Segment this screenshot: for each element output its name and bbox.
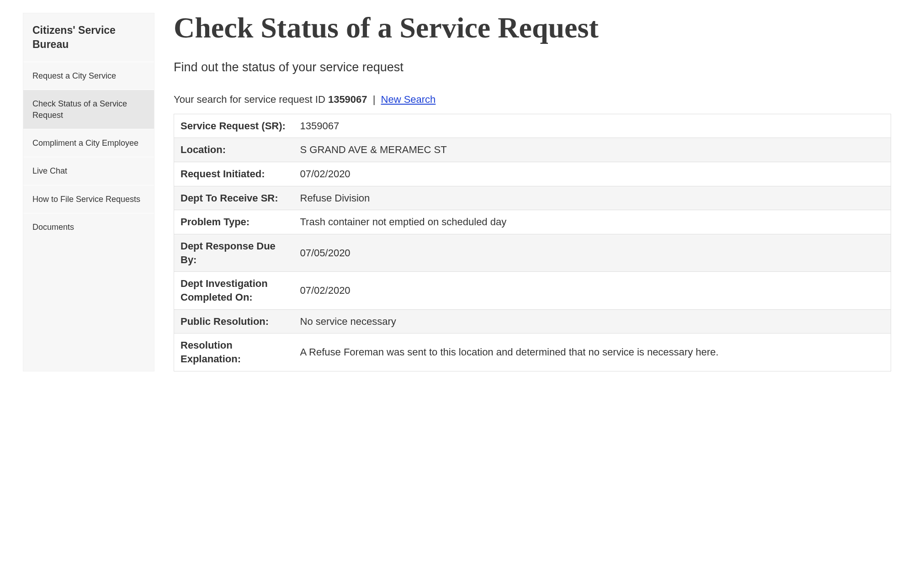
table-row: Service Request (SR): 1359067 — [174, 114, 891, 138]
row-label-explanation: Resolution Explanation: — [174, 334, 294, 371]
row-label-dept: Dept To Receive SR: — [174, 186, 294, 210]
row-label-sr: Service Request (SR): — [174, 114, 294, 138]
sidebar-item-request-service[interactable]: Request a City Service — [23, 62, 154, 90]
row-label-due: Dept Response Due By: — [174, 234, 294, 272]
row-value-resolution: No service necessary — [294, 309, 891, 334]
row-value-location: S GRAND AVE & MERAMEC ST — [294, 138, 891, 162]
table-row: Resolution Explanation: A Refuse Foreman… — [174, 334, 891, 371]
row-value-problem: Trash container not emptied on scheduled… — [294, 210, 891, 234]
page-subtitle: Find out the status of your service requ… — [174, 60, 891, 74]
page-layout: Citizens' Service Bureau Request a City … — [23, 13, 891, 371]
search-id: 1359067 — [328, 94, 367, 105]
row-value-explanation: A Refuse Foreman was sent to this locati… — [294, 334, 891, 371]
row-label-resolution: Public Resolution: — [174, 309, 294, 334]
table-row: Dept Response Due By: 07/05/2020 — [174, 234, 891, 272]
sidebar-item-compliment[interactable]: Compliment a City Employee — [23, 129, 154, 157]
table-row: Public Resolution: No service necessary — [174, 309, 891, 334]
table-row: Dept To Receive SR: Refuse Division — [174, 186, 891, 210]
row-label-initiated: Request Initiated: — [174, 162, 294, 186]
search-separator: | — [370, 94, 378, 105]
table-row: Location: S GRAND AVE & MERAMEC ST — [174, 138, 891, 162]
row-label-completed: Dept Investigation Completed On: — [174, 272, 294, 309]
main-content: Check Status of a Service Request Find o… — [174, 13, 891, 371]
table-row: Request Initiated: 07/02/2020 — [174, 162, 891, 186]
row-label-problem: Problem Type: — [174, 210, 294, 234]
row-value-due: 07/05/2020 — [294, 234, 891, 272]
new-search-link[interactable]: New Search — [381, 94, 436, 105]
table-row: Dept Investigation Completed On: 07/02/2… — [174, 272, 891, 309]
row-label-location: Location: — [174, 138, 294, 162]
row-value-sr: 1359067 — [294, 114, 891, 138]
sidebar: Citizens' Service Bureau Request a City … — [23, 13, 154, 371]
search-result-line: Your search for service request ID 13590… — [174, 94, 891, 106]
row-value-dept: Refuse Division — [294, 186, 891, 210]
sidebar-item-documents[interactable]: Documents — [23, 213, 154, 241]
sidebar-item-live-chat[interactable]: Live Chat — [23, 157, 154, 185]
sidebar-header: Citizens' Service Bureau — [23, 13, 154, 62]
service-request-table: Service Request (SR): 1359067 Location: … — [174, 114, 891, 371]
search-prefix: Your search for service request ID — [174, 94, 328, 105]
row-value-initiated: 07/02/2020 — [294, 162, 891, 186]
sidebar-item-how-to-file[interactable]: How to File Service Requests — [23, 185, 154, 213]
page-title: Check Status of a Service Request — [174, 11, 891, 45]
table-row: Problem Type: Trash container not emptie… — [174, 210, 891, 234]
sidebar-item-check-status[interactable]: Check Status of a Service Request — [23, 90, 154, 129]
row-value-completed: 07/02/2020 — [294, 272, 891, 309]
